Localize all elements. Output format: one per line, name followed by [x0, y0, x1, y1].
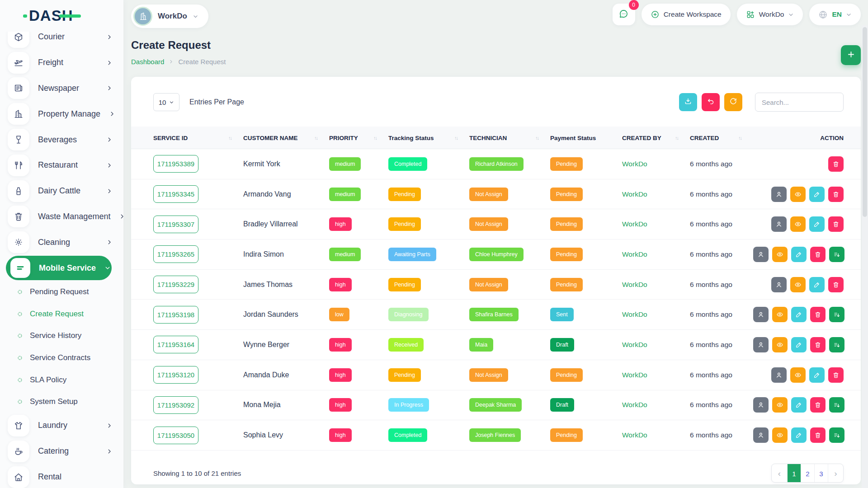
delete-button[interactable]	[828, 156, 844, 172]
column-header-technician[interactable]: TECHNICIAN↑↓	[469, 135, 550, 141]
sort-list-button[interactable]	[829, 397, 844, 413]
view-button[interactable]	[772, 337, 788, 352]
assign-user-button[interactable]	[753, 427, 769, 443]
service-id-pill[interactable]: 1711953389	[153, 155, 198, 173]
service-id-pill[interactable]: 1711953164	[153, 336, 198, 353]
delete-button[interactable]	[828, 187, 844, 202]
sort-icon[interactable]: ↑↓	[535, 135, 538, 141]
sidebar-item-freight[interactable]: Freight	[0, 50, 123, 75]
sidebar-item-waste-management[interactable]: Waste Management	[0, 204, 123, 230]
sidebar-item-restaurant[interactable]: Restaurant	[0, 152, 123, 178]
view-button[interactable]	[790, 277, 806, 292]
view-button[interactable]	[772, 247, 788, 262]
column-header-created[interactable]: CREATED↑↓	[690, 135, 753, 141]
column-header-created-by[interactable]: CREATED BY↑↓	[622, 135, 690, 141]
sidebar-item-laundry[interactable]: Laundry	[0, 413, 123, 439]
sidebar-item-courier[interactable]: Courier	[0, 32, 123, 50]
language-selector[interactable]: EN	[809, 4, 861, 25]
delete-button[interactable]	[810, 397, 826, 413]
edit-button[interactable]	[809, 216, 825, 232]
previous-page-button[interactable]: ‹	[772, 464, 787, 483]
workspace-switcher[interactable]: WorkDo	[737, 4, 803, 25]
sidebar-subitem-sla-policy[interactable]: SLA Policy	[0, 369, 123, 391]
edit-button[interactable]	[809, 367, 825, 383]
assign-user-button[interactable]	[771, 367, 787, 383]
delete-button[interactable]	[828, 216, 844, 232]
assign-user-button[interactable]	[771, 277, 787, 292]
service-id-pill[interactable]: 1711953265	[153, 245, 198, 263]
sidebar-item-rental[interactable]: Rental	[0, 464, 123, 488]
edit-button[interactable]	[791, 427, 807, 443]
service-id-pill[interactable]: 1711953120	[153, 366, 198, 384]
view-button[interactable]	[772, 427, 788, 443]
sidebar-subitem-service-contracts[interactable]: Service Contracts	[0, 347, 123, 369]
assign-user-button[interactable]	[753, 307, 769, 322]
sidebar-item-cleaning[interactable]: Cleaning	[0, 230, 123, 255]
view-button[interactable]	[790, 187, 806, 202]
sort-icon[interactable]: ↑↓	[228, 135, 231, 141]
view-button[interactable]	[790, 367, 806, 383]
sidebar-item-dairy-cattle[interactable]: Dairy Cattle	[0, 178, 123, 204]
edit-button[interactable]	[791, 247, 807, 262]
sort-list-button[interactable]	[829, 307, 844, 322]
entries-per-page-select[interactable]: 10	[153, 93, 179, 111]
service-id-pill[interactable]: 1711953198	[153, 306, 198, 324]
edit-button[interactable]	[809, 277, 825, 292]
reset-button[interactable]	[702, 93, 720, 111]
sidebar-item-newspaper[interactable]: Newspaper	[0, 75, 123, 101]
search-input[interactable]	[755, 93, 844, 112]
sidebar-subitem-create-request[interactable]: Create Request	[0, 303, 123, 325]
edit-button[interactable]	[791, 307, 807, 322]
sidebar-item-property-manage[interactable]: Property Manage	[0, 101, 123, 127]
page-button-1[interactable]: 1	[787, 464, 801, 483]
assign-user-button[interactable]	[753, 337, 769, 352]
delete-button[interactable]	[810, 337, 826, 352]
export-button[interactable]	[679, 93, 697, 111]
service-id-pill[interactable]: 1711953092	[153, 396, 198, 414]
edit-button[interactable]	[809, 187, 825, 202]
sidebar-subitem-service-history[interactable]: Service History	[0, 325, 123, 347]
page-button-3[interactable]: 3	[814, 464, 828, 483]
service-id-pill[interactable]: 1711953050	[153, 427, 198, 444]
delete-button[interactable]	[810, 247, 826, 262]
sidebar-subitem-pending-request[interactable]: Pending Request	[0, 281, 123, 303]
delete-button[interactable]	[828, 277, 844, 292]
view-button[interactable]	[772, 307, 788, 322]
service-id-pill[interactable]: 1711953345	[153, 185, 198, 203]
assign-user-button[interactable]	[771, 187, 787, 202]
sidebar-subitem-system-setup[interactable]: System Setup	[0, 391, 123, 413]
assign-user-button[interactable]	[771, 216, 787, 232]
delete-button[interactable]	[810, 307, 826, 322]
sidebar-item-mobile-service[interactable]: Mobile Service	[6, 256, 112, 281]
scrollbar-thumb[interactable]	[863, 27, 867, 217]
assign-user-button[interactable]	[753, 397, 769, 413]
column-header-service-id[interactable]: SERVICE ID↑↓	[153, 135, 243, 141]
sort-list-button[interactable]	[829, 247, 844, 262]
sort-icon[interactable]: ↑↓	[373, 135, 377, 141]
sort-list-button[interactable]	[829, 337, 844, 352]
view-button[interactable]	[790, 216, 806, 232]
sort-icon[interactable]: ↑↓	[675, 135, 678, 141]
sort-list-button[interactable]	[829, 427, 844, 443]
sort-icon[interactable]: ↑↓	[314, 135, 317, 141]
messages-button[interactable]: 0	[613, 4, 635, 25]
next-page-button[interactable]: ›	[828, 464, 843, 483]
refresh-button[interactable]	[724, 93, 742, 111]
sidebar-item-beverages[interactable]: Beverages	[0, 127, 123, 153]
assign-user-button[interactable]	[753, 247, 769, 262]
page-button-2[interactable]: 2	[801, 464, 814, 483]
column-header-priority[interactable]: PRIORITY↑↓	[329, 135, 388, 141]
service-id-pill[interactable]: 1711953229	[153, 276, 198, 293]
breadcrumb-dashboard-link[interactable]: Dashboard	[131, 58, 164, 66]
edit-button[interactable]	[791, 337, 807, 352]
edit-button[interactable]	[791, 397, 807, 413]
workspace-selector[interactable]: WorkDo	[131, 5, 208, 28]
service-id-pill[interactable]: 1711953307	[153, 216, 198, 233]
create-workspace-button[interactable]: Create Workspace	[642, 4, 731, 25]
column-header-customer-name[interactable]: CUSTOMER NAME↑↓	[243, 135, 329, 141]
add-request-button[interactable]	[841, 45, 861, 65]
view-button[interactable]	[772, 397, 788, 413]
column-header-tracking-status[interactable]: Tracking Status↑↓	[388, 135, 469, 141]
sort-icon[interactable]: ↑↓	[454, 135, 458, 141]
sidebar-item-catering[interactable]: Catering	[0, 438, 123, 464]
